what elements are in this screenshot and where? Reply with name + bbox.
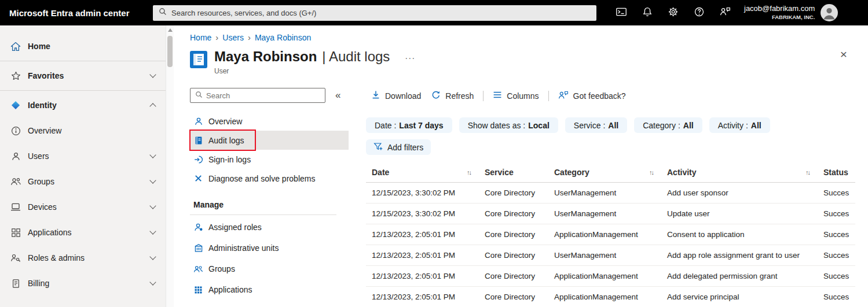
- cell-status: Succes: [818, 293, 855, 301]
- question-icon: [694, 7, 704, 19]
- table-row[interactable]: 12/15/2023, 3:30:02 PM Core Directory Us…: [366, 183, 855, 204]
- sidebar-item-groups[interactable]: Groups: [0, 169, 166, 194]
- sidebar-item-overview[interactable]: Overview: [0, 118, 166, 143]
- main-sidebar: Home Favorites Identity: [0, 25, 166, 307]
- pill-label: Service :: [574, 121, 605, 130]
- sidebar-item-users[interactable]: Users: [0, 143, 166, 169]
- column-label: Category: [554, 168, 589, 177]
- sidebar-item-billing[interactable]: Billing: [0, 271, 166, 296]
- cloud-shell-button[interactable]: [608, 0, 634, 25]
- refresh-button[interactable]: Refresh: [426, 90, 479, 101]
- nav-item-administrative-units[interactable]: Administrative units: [190, 238, 349, 258]
- page-subtitle: User: [214, 67, 390, 75]
- add-filters-button[interactable]: Add filters: [366, 139, 431, 155]
- page-title-name: Maya Robinson: [214, 49, 317, 64]
- cell-date: 12/13/2023, 2:05:01 PM: [366, 272, 479, 280]
- table-row[interactable]: 12/13/2023, 2:05:01 PM Core Directory Ap…: [366, 266, 855, 287]
- column-label: Date: [372, 168, 389, 177]
- chevron-down-icon: [149, 279, 156, 285]
- pill-label: Activity :: [718, 121, 748, 130]
- sidebar-scrollbar[interactable]: [166, 25, 174, 307]
- divider: [548, 91, 549, 101]
- cell-date: 12/13/2023, 2:05:01 PM: [366, 293, 479, 301]
- cell-service: Core Directory: [479, 188, 548, 197]
- more-options-button[interactable]: ···: [405, 53, 415, 62]
- filter-pills: Date :Last 7 days Show dates as :Local S…: [366, 117, 868, 133]
- chevron-separator-icon: ›: [248, 32, 251, 42]
- columns-label: Columns: [507, 91, 539, 101]
- search-icon: [159, 8, 167, 18]
- filter-pill-date[interactable]: Date :Last 7 days: [366, 117, 452, 133]
- sort-arrows-icon[interactable]: ↑↓: [649, 169, 653, 176]
- settings-button[interactable]: [660, 0, 686, 25]
- cell-date: 12/13/2023, 2:05:01 PM: [366, 230, 479, 239]
- person-icon: [193, 117, 203, 126]
- grid-icon: [10, 228, 21, 238]
- account-menu[interactable]: jacob@fabrikam.com FABRIKAM, INC.: [744, 4, 815, 21]
- table-row[interactable]: 12/15/2023, 3:30:02 PM Core Directory Us…: [366, 204, 855, 224]
- columns-button[interactable]: Columns: [488, 91, 544, 101]
- sidebar-item-identity[interactable]: Identity: [0, 93, 166, 118]
- pill-value: All: [608, 121, 618, 130]
- close-icon[interactable]: ×: [840, 48, 847, 60]
- nav-item-overview[interactable]: Overview: [190, 112, 349, 131]
- breadcrumb-home[interactable]: Home: [190, 33, 211, 42]
- got-feedback-button[interactable]: Got feedback?: [553, 91, 631, 101]
- global-search[interactable]: [153, 5, 596, 21]
- command-bar: Download Refresh: [366, 88, 868, 103]
- sidebar-item-home[interactable]: Home: [0, 34, 166, 59]
- column-header-service[interactable]: Service: [479, 168, 548, 177]
- breadcrumb-users[interactable]: Users: [222, 33, 244, 42]
- sidebar-item-favorites[interactable]: Favorites: [0, 63, 166, 88]
- filter-pill-activity[interactable]: Activity :All: [709, 117, 770, 133]
- sidebar-label: Groups: [28, 177, 144, 186]
- avatar[interactable]: [821, 4, 838, 21]
- scrollbar-up-button[interactable]: [168, 28, 173, 32]
- filter-pill-category[interactable]: Category :All: [634, 117, 702, 133]
- collapse-panel-icon[interactable]: «: [335, 90, 340, 101]
- page-title-section: | Audit logs: [322, 49, 390, 64]
- nav-item-label: Groups: [208, 264, 235, 273]
- divider: [483, 91, 484, 101]
- nav-item-diagnose[interactable]: Diagnose and solve problems: [190, 169, 349, 188]
- chevron-down-icon: [149, 202, 156, 209]
- column-header-category[interactable]: Category ↑↓: [548, 168, 661, 177]
- cell-activity: Consent to application: [661, 230, 818, 239]
- blade-search[interactable]: [190, 88, 325, 103]
- table-row[interactable]: 12/13/2023, 2:05:01 PM Core Directory Ap…: [366, 224, 855, 245]
- help-button[interactable]: [686, 0, 712, 25]
- sidebar-item-devices[interactable]: Devices: [0, 194, 166, 220]
- scrollbar-thumb[interactable]: [167, 36, 173, 67]
- feedback-button[interactable]: [712, 0, 738, 25]
- account-org: FABRIKAM, INC.: [744, 14, 815, 21]
- notifications-button[interactable]: [634, 0, 660, 25]
- audit-log-book-icon: [193, 136, 203, 145]
- breadcrumb-maya-robinson[interactable]: Maya Robinson: [255, 33, 311, 42]
- nav-item-applications[interactable]: Applications: [190, 279, 349, 300]
- table-row[interactable]: 12/13/2023, 2:05:01 PM Core Directory Us…: [366, 245, 855, 266]
- app-title[interactable]: Microsoft Entra admin center: [0, 8, 153, 18]
- download-button[interactable]: Download: [366, 90, 426, 101]
- column-label: Activity: [667, 168, 697, 177]
- filter-pill-show-dates-as[interactable]: Show dates as :Local: [459, 117, 558, 133]
- nav-item-assigned-roles[interactable]: Assigned roles: [190, 217, 349, 238]
- global-search-input[interactable]: [171, 9, 591, 17]
- cell-status: Succes: [818, 188, 855, 197]
- sort-arrows-icon[interactable]: ↑↓: [805, 169, 810, 176]
- column-header-status[interactable]: Status: [818, 168, 855, 177]
- nav-item-sign-in-logs[interactable]: Sign-in logs: [190, 150, 349, 169]
- nav-item-audit-logs[interactable]: Audit logs: [190, 131, 349, 150]
- nav-item-groups[interactable]: Groups: [190, 258, 349, 279]
- sort-arrows-icon[interactable]: ↑↓: [467, 169, 471, 176]
- sidebar-label: Home: [28, 42, 155, 51]
- divider: [0, 61, 166, 61]
- sidebar-item-applications[interactable]: Applications: [0, 220, 166, 245]
- cell-service: Core Directory: [479, 230, 548, 239]
- sidebar-item-roles-admins[interactable]: Roles & admins: [0, 245, 166, 271]
- table-row[interactable]: 12/13/2023, 2:05:01 PM Core Directory Ap…: [366, 287, 855, 307]
- column-header-activity[interactable]: Activity ↑↓: [661, 168, 818, 177]
- blade-search-input[interactable]: [206, 91, 320, 100]
- column-header-date[interactable]: Date ↑↓: [366, 168, 479, 177]
- sign-in-icon: [193, 155, 203, 164]
- filter-pill-service[interactable]: Service :All: [565, 117, 627, 133]
